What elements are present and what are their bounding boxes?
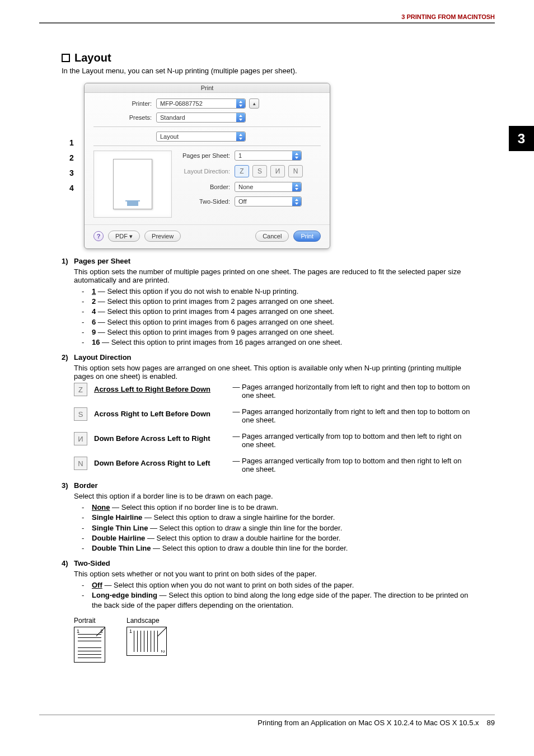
border-label: Border: [180, 184, 235, 190]
callout-numbers: 1 2 3 4 [69, 83, 84, 249]
list-item: Double Hairline — Select this option to … [74, 533, 472, 543]
list-item: 16 — Select this option to print images … [74, 337, 472, 348]
list-item: Double Thin Line — Select this option to… [74, 543, 472, 553]
list-item: Single Hairline — Select this option to … [74, 513, 472, 523]
section-2-heading: 2)Layout Direction [62, 353, 472, 361]
direction-down-lr-button[interactable]: И [270, 165, 285, 177]
direction-lr-down-button[interactable]: Z [235, 165, 249, 177]
layout-direction-label: Layout Direction: [180, 168, 235, 175]
dialog-title: Print [85, 83, 330, 93]
direction-name: Across Left to Right Before Down [94, 383, 224, 393]
presets-label: Presets: [93, 114, 156, 121]
section-title: Layout [62, 51, 472, 64]
section-3-desc: Select this option if a border line is t… [74, 492, 472, 500]
cancel-button[interactable]: Cancel [255, 231, 289, 242]
direction-table: ZAcross Left to Right Before Down—Pages … [74, 383, 472, 473]
page-preview [93, 151, 172, 218]
list-item: 1 — Select this option if you do not wis… [74, 287, 472, 297]
pages-per-sheet-label: Pages per Sheet: [180, 152, 235, 159]
section-4-heading: 4)Two-Sided [62, 559, 472, 567]
direction-name: Down Before Across Left to Right [94, 432, 224, 443]
presets-select[interactable]: Standard [156, 112, 246, 123]
direction-icon: N [74, 457, 87, 470]
list-item: Long-edge binding — Select this option t… [74, 590, 472, 611]
square-bullet-icon [62, 54, 70, 62]
chapter-tab: 3 [509, 126, 534, 151]
two-sided-select[interactable]: Off [235, 196, 302, 206]
printer-info-button[interactable] [249, 98, 259, 109]
pages-per-sheet-select[interactable]: 1 [235, 151, 302, 161]
two-sided-label: Two-Sided: [180, 198, 235, 205]
list-item: Single Thin Line — Select this option to… [74, 523, 472, 533]
printer-label: Printer: [93, 100, 156, 107]
list-item: None — Select this option if no border l… [74, 503, 472, 513]
section-1-desc: This option sets the number of multiple … [74, 267, 472, 284]
pdf-menu-button[interactable]: PDF ▾ [108, 231, 140, 242]
orientation-figures: Portrait 12 Landscape 12 [74, 617, 472, 663]
dropdown-arrow-icon [236, 132, 245, 141]
list-item: 9 — Select this option to print images f… [74, 327, 472, 337]
direction-icon: Z [74, 383, 87, 396]
section-4-desc: This option sets whether or not you want… [74, 570, 472, 578]
direction-row: NDown Before Across Right to Left—Pages … [74, 457, 472, 473]
section-1-list: 1 — Select this option if you do not wis… [74, 287, 472, 348]
panel-select[interactable]: Layout [156, 132, 246, 142]
list-item: 6 — Select this option to print images f… [74, 317, 472, 327]
dropdown-arrow-icon [292, 197, 301, 206]
direction-row: ZAcross Left to Right Before Down—Pages … [74, 383, 472, 400]
dropdown-arrow-icon [292, 182, 301, 191]
section-3-heading: 3)Border [62, 481, 472, 490]
page-footer: Printing from an Application on Mac OS X… [39, 715, 495, 727]
section-intro: In the Layout menu, you can set N-up pri… [62, 67, 472, 75]
direction-row: SAcross Right to Left Before Down—Pages … [74, 407, 472, 424]
section-3-list: None — Select this option if no border l… [74, 503, 472, 553]
dropdown-arrow-icon [236, 113, 245, 122]
section-4-list: Off — Select this option when you do not… [74, 580, 472, 611]
help-button[interactable]: ? [93, 231, 104, 241]
section-1-heading: 1)Pages per Sheet [62, 257, 472, 265]
direction-name: Across Right to Left Before Down [94, 407, 224, 418]
landscape-label: Landscape [127, 617, 167, 624]
list-item: 4 — Select this option to print images f… [74, 307, 472, 317]
direction-row: ИDown Before Across Left to Right—Pages … [74, 432, 472, 449]
direction-icon: И [74, 432, 87, 445]
divider [39, 22, 495, 24]
dropdown-arrow-icon [236, 99, 245, 108]
printer-select[interactable]: MFP-06887752 [156, 98, 246, 109]
direction-rl-down-button[interactable]: S [252, 165, 267, 177]
list-item: 2 — Select this option to print images f… [74, 297, 472, 307]
border-select[interactable]: None [235, 182, 302, 192]
section-2-desc: This option sets how pages are arranged … [74, 364, 472, 381]
print-button[interactable]: Print [293, 231, 321, 242]
portrait-label: Portrait [74, 617, 105, 624]
list-item: Off — Select this option when you do not… [74, 580, 472, 590]
direction-icon: S [74, 407, 87, 421]
portrait-figure: 12 [74, 627, 105, 663]
direction-name: Down Before Across Right to Left [94, 457, 224, 467]
preview-button[interactable]: Preview [144, 231, 181, 242]
print-dialog: Print Printer: MFP-06887752 Presets: Sta… [84, 83, 330, 249]
dropdown-arrow-icon [292, 151, 301, 160]
chapter-header: 3 PRINTING FROM MACINTOSH [39, 13, 495, 20]
section-title-text: Layout [74, 51, 111, 64]
direction-down-rl-button[interactable]: N [288, 165, 303, 177]
landscape-figure: 12 [127, 627, 167, 656]
